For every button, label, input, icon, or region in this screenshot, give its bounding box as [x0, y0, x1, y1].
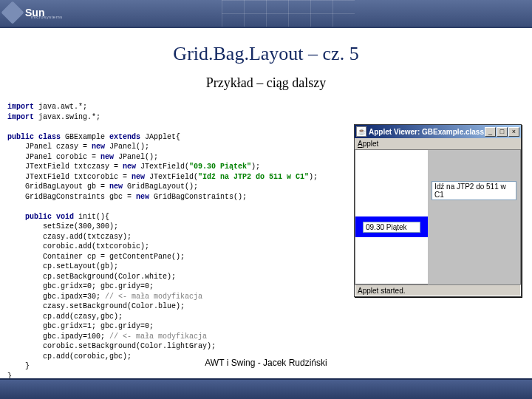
code-text: corobic.setBackground(Color.lightGray); — [7, 342, 216, 350]
code-text: cp.setBackground(Color.white); — [7, 273, 176, 281]
code-text: czasy.setBackground(Color.blue); — [7, 302, 185, 310]
code-text: gbc.ipady=100; — [7, 332, 109, 341]
sun-logo-mark — [1, 1, 24, 24]
code-comment: // <- mała modyfikacja — [109, 332, 207, 341]
code-text: Container cp = getContentPane(); — [7, 253, 185, 261]
code-text: setSize(300,300); — [7, 222, 118, 231]
window-titlebar[interactable]: ☕ Applet Viewer: GBExample.class _ □ × — [355, 125, 521, 138]
code-text: ); — [309, 173, 318, 181]
code-kw: public class — [7, 133, 65, 141]
code-kw: import — [7, 113, 34, 121]
code-text: JTextField txtczasy = — [7, 163, 123, 171]
applet-viewer-window: ☕ Applet Viewer: GBExample.class _ □ × A… — [354, 124, 522, 297]
code-kw: extends — [109, 133, 145, 141]
code-kw: new — [109, 183, 127, 191]
code-text: GridBagLayout gb = — [7, 183, 109, 191]
slide-subtitle: Przykład – ciąg dalszy — [0, 75, 532, 91]
code-kw: new — [136, 193, 154, 201]
code-kw: new — [92, 143, 109, 151]
window-title: Applet Viewer: GBExample.class — [369, 128, 485, 136]
code-comment: // <- mała modyfikacja — [105, 293, 202, 301]
code-kw: new — [132, 173, 149, 181]
code-text: JTextField txtcorobic = — [7, 173, 132, 181]
code-text: JPanel czasy = — [7, 143, 92, 151]
code-kw: new — [100, 153, 118, 161]
code-text: JTextField( — [140, 163, 189, 171]
code-text: JApplet{ — [145, 133, 180, 141]
code-text: java.awt.*; — [34, 103, 87, 111]
code-text: JPanel(); — [118, 153, 158, 161]
code-text: JTextField( — [149, 173, 198, 181]
slide-header: Sun microsystems — [0, 0, 532, 27]
code-text: gbc.gridx=1; gbc.gridy=0; — [7, 322, 154, 330]
code-text: gbc.ipadx=30; — [7, 293, 105, 301]
header-grid-decoration — [222, 0, 355, 27]
code-kw: public void — [7, 213, 78, 221]
code-kw: new — [123, 163, 140, 171]
code-kw: import — [7, 103, 34, 111]
slide-title: Grid.Bag.Layout – cz. 5 — [0, 43, 532, 65]
code-text: JPanel(); — [109, 143, 149, 151]
code-text: czasy.add(txtczasy); — [7, 233, 132, 241]
sun-logo-subtext: microsystems — [31, 15, 63, 19]
panel-corobic: Idź na JTP2 do 511 w C1 — [428, 150, 520, 284]
header-divider — [0, 27, 532, 28]
code-text: GridBagConstraints gbc = — [7, 193, 136, 201]
code-text: ); — [251, 163, 260, 171]
code-text: cp.setLayout(gb); — [7, 262, 118, 270]
code-text: JPanel corobic = — [7, 153, 100, 161]
code-text: gbc.gridx=0; gbc.gridy=0; — [7, 282, 154, 290]
textfield-czasy[interactable]: 09.30 Piątek — [363, 222, 420, 233]
code-text: GridBagLayout(); — [127, 183, 198, 191]
slide-footer-text: AWT i Swing - Jacek Rudziński — [0, 358, 532, 368]
java-cup-icon: ☕ — [356, 126, 366, 137]
maximize-button[interactable]: □ — [497, 127, 508, 137]
content-area: import java.awt.*; import javax.swing.*;… — [7, 102, 525, 347]
code-text: javax.swing.*; — [34, 113, 100, 121]
textfield-corobic[interactable]: Idź na JTP2 do 511 w C1 — [432, 181, 516, 200]
code-text: init(){ — [78, 213, 109, 221]
panel-czasy: 09.30 Piątek — [355, 216, 428, 237]
code-str: "Idź na JTP2 do 511 w C1" — [198, 173, 309, 181]
window-buttons: _ □ × — [485, 127, 519, 137]
minimize-button[interactable]: _ — [485, 127, 496, 137]
close-button[interactable]: × — [508, 127, 519, 137]
menu-applet[interactable]: Applet — [358, 140, 378, 148]
window-menubar: Applet — [355, 138, 521, 150]
sun-logo: Sun microsystems — [4, 1, 56, 24]
code-text: corobic.add(txtcorobic); — [7, 242, 149, 250]
code-text: GridBagConstraints(); — [154, 193, 247, 201]
code-text: GBExample — [65, 133, 109, 141]
code-str: "09.30 Piątek" — [189, 163, 251, 171]
window-statusbar: Applet started. — [355, 284, 521, 296]
applet-content-pane: 09.30 Piątek Idź na JTP2 do 511 w C1 — [355, 150, 521, 284]
slide-footer-bar — [0, 380, 532, 399]
code-text: cp.add(czasy,gbc); — [7, 313, 123, 321]
